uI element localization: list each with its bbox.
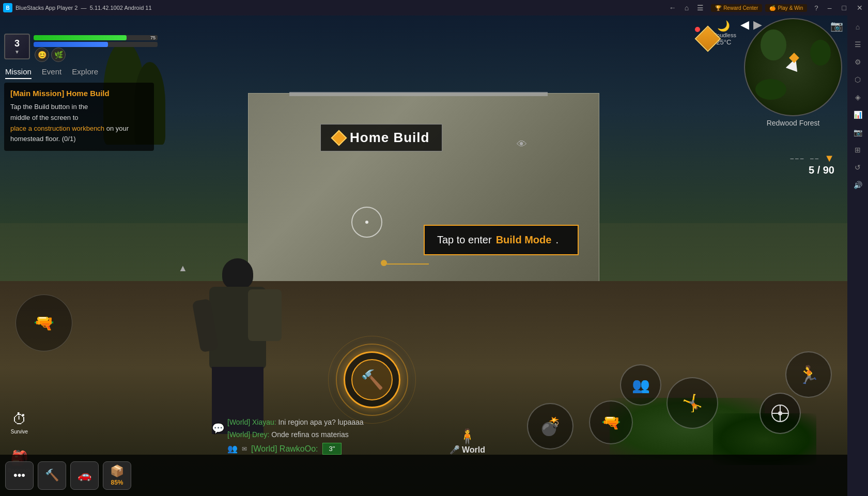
sidebar-performance-icon[interactable]: 📊 — [850, 107, 865, 122]
world-mic-row: 🎤 World — [450, 445, 485, 455]
build-button[interactable]: 🔨 — [344, 351, 400, 408]
building-top — [289, 92, 548, 96]
craft-button[interactable]: 🔨 — [38, 461, 66, 490]
chat-input-value: 3" — [329, 445, 335, 453]
more-icon: ••• — [13, 469, 25, 482]
build-btn-inner: 🔨 — [351, 359, 393, 400]
minimap-prev-arrow[interactable]: ◀ — [740, 18, 749, 32]
notification-dot — [695, 27, 700, 32]
minimap[interactable] — [744, 18, 842, 116]
chat-text-1: Ini region apa ya? lupaaaa — [278, 418, 364, 426]
titlebar-nav: ← ⌂ ☰ — [666, 3, 707, 13]
svg-point-3 — [778, 411, 782, 415]
world-label: World — [462, 445, 485, 455]
nav-home-button[interactable]: ⌂ — [681, 3, 692, 13]
minimap-next-arrow[interactable]: ▶ — [753, 18, 762, 32]
group-icon: 👥 — [227, 444, 238, 454]
sidebar-grid-icon[interactable]: ⊞ — [850, 143, 865, 157]
play-win-button[interactable]: 🍊 Play & Win — [765, 4, 807, 12]
sidebar-refresh-icon[interactable]: ↺ — [850, 160, 865, 175]
build-mode-tooltip[interactable]: Tap to enter Build Mode . — [424, 225, 579, 255]
eye-icon: 👁 — [517, 138, 527, 150]
character — [186, 258, 289, 434]
level-arrow-icon: ▼ — [14, 49, 20, 55]
chat-text-2: Onde refina os materias — [271, 430, 348, 439]
chest-pct: 85% — [111, 479, 123, 486]
world-area[interactable]: 🧍 🎤 World — [450, 428, 485, 455]
sidebar-home-icon[interactable]: ⌂ — [850, 20, 865, 34]
nav-bookmark-button[interactable]: ☰ — [694, 3, 707, 13]
home-build-diamond-icon — [331, 130, 347, 146]
mail-icon: ✉ — [242, 445, 247, 453]
ammo-button[interactable]: 🔫 — [589, 400, 633, 444]
grenade-button[interactable]: 💣 — [527, 403, 574, 450]
sidebar-volume-icon[interactable]: 🔊 — [850, 178, 865, 192]
weapon-image: ——— —— — [790, 155, 820, 162]
minimap-tree-3 — [755, 79, 786, 100]
tooltip-build-mode-text: Build Mode — [496, 234, 552, 246]
bluestacks-logo: B — [3, 3, 12, 12]
sidebar-gamepad-icon[interactable]: ⬡ — [850, 72, 865, 87]
tab-event[interactable]: Event — [42, 67, 61, 79]
hammer-icon: 🔨 — [45, 469, 59, 482]
team-button[interactable]: 👥 — [620, 364, 661, 406]
chest-button[interactable]: 📦 85% — [103, 461, 131, 490]
minimap-tree-1 — [761, 29, 786, 60]
world-person-icon: 🧍 — [458, 428, 476, 445]
sidebar-screenshot-icon[interactable]: 📷 — [850, 125, 865, 140]
sidebar-diamond-icon[interactable]: ◈ — [850, 90, 865, 104]
survive-label: Survive — [11, 429, 28, 435]
maximize-button[interactable]: □ — [837, 0, 851, 16]
sprint-button[interactable]: 🏃 — [785, 351, 832, 398]
aim-icon — [770, 403, 791, 424]
weapon-info: ——— —— ▼ 5 / 90 — [790, 152, 834, 176]
minimap-tree-2 — [810, 40, 831, 66]
tab-explore[interactable]: Explore — [72, 67, 98, 79]
hp-bar: 75 — [34, 35, 158, 40]
mission-desc-1: Tap the Build button in the — [10, 103, 88, 111]
help-button[interactable]: ? — [810, 3, 822, 13]
level-badge: 3 ▼ — [4, 34, 30, 59]
expand-icon[interactable]: ▼ — [824, 152, 834, 164]
diamond-top-area[interactable] — [695, 26, 721, 52]
tab-mission[interactable]: Mission — [5, 67, 32, 79]
more-button[interactable]: ••• — [5, 461, 34, 490]
chest-icon: 📦 — [110, 464, 124, 478]
sidebar-menu-icon[interactable]: ☰ — [850, 37, 865, 52]
home-build-label[interactable]: Home Build — [320, 124, 442, 151]
aim-button[interactable] — [760, 393, 801, 434]
mission-desc-3: on your — [106, 125, 129, 132]
survive-icon: ⏱ — [12, 411, 27, 428]
mission-card: [Main Mission] Home Build Tap the Build … — [4, 83, 154, 151]
drive-button[interactable]: 🚗 — [70, 461, 99, 490]
app-title: BlueStacks App Player 2 — 5.11.42.1002 A… — [16, 5, 666, 11]
weapon-ammo-display: 5 / 90 — [809, 164, 834, 176]
prone-button[interactable]: 🤸 — [667, 377, 718, 429]
crosshair-dot — [365, 221, 368, 224]
chat-input-box[interactable]: 3" — [322, 443, 342, 455]
close-button[interactable]: ✕ — [851, 0, 868, 16]
sidebar-settings-icon[interactable]: ⚙ — [850, 55, 865, 69]
bluestacks-sidebar: ⌂ ☰ ⚙ ⬡ ◈ 📊 📷 ⊞ ↺ 🔊 — [847, 16, 868, 496]
mission-title: [Main Mission] Home Build — [10, 89, 148, 98]
weapon-left-button[interactable]: 🔫 — [16, 295, 72, 351]
screenshot-button[interactable]: 📷 — [830, 20, 843, 32]
tooltip-anchor-dot — [381, 260, 387, 266]
mission-highlight-text: place a construction workbench — [10, 125, 104, 132]
status-icon: 🌿 — [51, 48, 66, 62]
scroll-arrow-icon[interactable]: ▲ — [178, 263, 188, 274]
window-controls: – □ ✕ — [823, 0, 868, 16]
reward-center-button[interactable]: 🏆 Reward Center — [711, 4, 762, 12]
level-number: 3 — [14, 38, 20, 49]
mission-desc-2: middle of the screen to — [10, 114, 79, 121]
minimize-button[interactable]: – — [823, 0, 837, 16]
face-icon: 😊 — [35, 48, 49, 62]
survive-button[interactable]: ⏱ Survive — [5, 408, 34, 437]
tooltip-tap-text: Tap to enter — [437, 234, 492, 246]
weapon-row: ——— —— ▼ — [790, 152, 834, 164]
minimap-objective-marker — [789, 53, 799, 63]
stamina-bar — [34, 42, 158, 47]
nav-back-button[interactable]: ← — [666, 3, 679, 13]
chat-icon: 💬 — [212, 422, 225, 435]
titlebar: B BlueStacks App Player 2 — 5.11.42.1002… — [0, 0, 868, 16]
